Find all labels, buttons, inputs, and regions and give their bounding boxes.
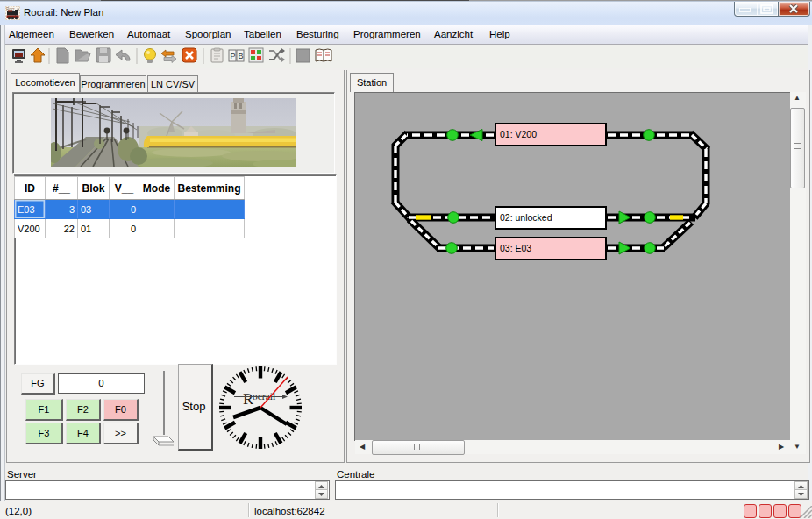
svg-text:02: unlocked: 02: unlocked: [500, 212, 552, 223]
svg-text:B: B: [239, 52, 244, 60]
svg-text:03: E03: 03: E03: [500, 243, 531, 253]
svg-text:P: P: [231, 52, 236, 60]
svg-text:01: V200: 01: V200: [500, 129, 537, 139]
